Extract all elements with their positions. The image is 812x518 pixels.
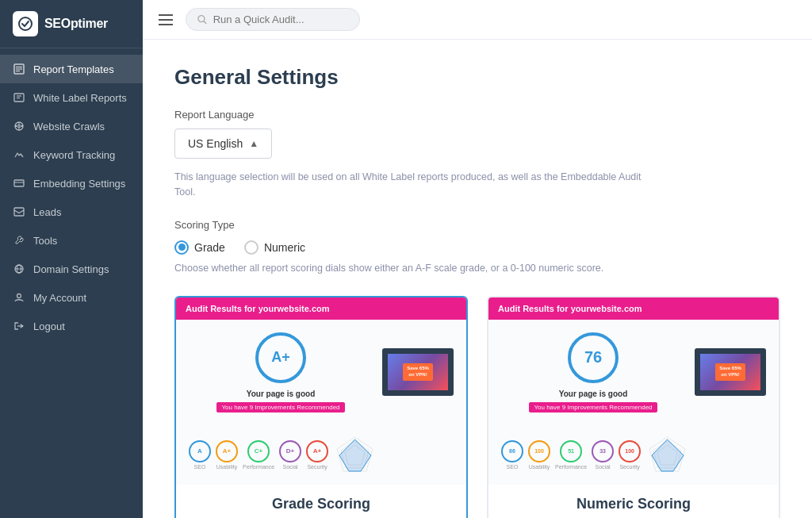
sidebar-item-tools[interactable]: Tools — [0, 226, 143, 255]
grade-radio-label: Grade — [194, 241, 225, 254]
grade-sub-security: A+ Security — [306, 440, 328, 470]
leads-icon — [13, 205, 25, 218]
domain-icon — [13, 263, 25, 275]
sidebar-item-label: Keyword Tracking — [33, 149, 115, 161]
grade-audit-header: Audit Results for yourwebsite.com — [176, 297, 466, 320]
scoring-type-label: Scoring Type — [174, 219, 780, 231]
search-icon — [197, 14, 207, 25]
sidebar-item-label: My Account — [33, 292, 86, 304]
language-select[interactable]: US English ▲ — [174, 129, 272, 159]
sidebar-item-domain-settings[interactable]: Domain Settings — [0, 255, 143, 283]
sidebar-item-leads[interactable]: Leads — [0, 198, 143, 226]
sidebar-item-label: Logout — [33, 320, 65, 332]
numeric-improvements-badge: You have 9 Improvements Recommended — [529, 402, 657, 412]
page-title: General Settings — [174, 65, 780, 90]
svg-point-16 — [17, 294, 21, 298]
numeric-monitor-img: Save 65%on VPN! — [695, 348, 766, 396]
numeric-sub-performance: 51 Performance — [555, 440, 587, 470]
language-help-text: This language selection will be used on … — [174, 170, 650, 200]
numeric-seo-circle: 86 — [501, 440, 523, 462]
grade-sub-performance: C+ Performance — [243, 440, 274, 470]
logo: SEOptimer — [0, 0, 143, 48]
grade-radio-option[interactable]: Grade — [174, 240, 225, 255]
grade-security-circle: A+ — [306, 440, 328, 462]
sidebar-item-logout[interactable]: Logout — [0, 312, 143, 340]
numeric-page-good: Your page is good — [559, 389, 627, 398]
grade-usability-label: Usability — [216, 464, 237, 470]
grade-sub-social: D+ Social — [279, 440, 301, 470]
grade-monitor-img: Save 65%on VPN! — [382, 348, 454, 396]
search-input[interactable] — [213, 13, 348, 25]
logo-text: SEOptimer — [44, 17, 108, 31]
numeric-audit-body: 76 Your page is good You have 9 Improvem… — [488, 320, 779, 425]
grade-sub-seo: A SEO — [189, 440, 211, 470]
svg-rect-12 — [14, 208, 24, 216]
svg-line-22 — [204, 21, 206, 24]
language-value: US English — [188, 137, 243, 150]
sidebar-item-keyword-tracking[interactable]: Keyword Tracking — [0, 140, 143, 169]
numeric-monitor-screen: Save 65%on VPN! — [700, 354, 760, 390]
numeric-sub-usability: 100 Usability — [528, 440, 550, 470]
grade-score-section: A+ Your page is good You have 9 Improvem… — [189, 332, 373, 412]
numeric-sub-scores: 86 SEO 100 Usability 51 Performance 33 S… — [488, 425, 779, 485]
grade-big-score: A+ — [255, 332, 306, 383]
sidebar-item-white-label-reports[interactable]: White Label Reports — [0, 83, 143, 112]
numeric-usability-circle: 100 — [528, 440, 550, 462]
svg-rect-10 — [14, 180, 24, 186]
numeric-security-circle: 100 — [619, 440, 641, 462]
topbar — [143, 0, 812, 40]
sidebar-item-my-account[interactable]: My Account — [0, 283, 143, 312]
chevron-up-icon: ▲ — [249, 138, 259, 149]
crawl-icon — [13, 120, 25, 132]
account-icon — [13, 291, 25, 304]
numeric-preview-card[interactable]: Audit Results for yourwebsite.com 76 You… — [487, 296, 780, 519]
sidebar-item-label: Tools — [33, 235, 57, 247]
grade-social-label: Social — [283, 464, 298, 470]
sidebar-item-label: Embedding Settings — [33, 178, 125, 190]
grade-security-label: Security — [307, 464, 327, 470]
grade-performance-circle: C+ — [247, 440, 270, 462]
keyword-icon — [13, 148, 25, 161]
grade-preview-card[interactable]: Audit Results for yourwebsite.com A+ You… — [174, 296, 468, 519]
sidebar-item-embedding-settings[interactable]: Embedding Settings — [0, 169, 143, 198]
grade-improvements-badge: You have 9 Improvements Recommended — [216, 402, 344, 412]
numeric-social-label: Social — [596, 464, 611, 470]
logo-icon — [13, 11, 38, 36]
sidebar-item-label: Domain Settings — [33, 263, 109, 275]
numeric-card-caption: Numeric Scoring — [488, 485, 779, 517]
grade-page-good: Your page is good — [247, 389, 315, 398]
numeric-sub-seo: 86 SEO — [501, 440, 523, 470]
numeric-security-label: Security — [619, 464, 639, 470]
numeric-radio-circle — [244, 240, 259, 255]
grade-vpn-badge: Save 65%on VPN! — [403, 363, 433, 381]
numeric-usability-label: Usability — [529, 464, 550, 470]
embed-icon — [13, 177, 25, 190]
grade-usability-circle: A+ — [216, 440, 238, 462]
numeric-performance-label: Performance — [555, 464, 587, 470]
tools-icon — [13, 234, 25, 247]
numeric-seo-label: SEO — [507, 464, 519, 470]
svg-point-0 — [19, 17, 32, 30]
logout-icon — [13, 320, 25, 332]
grade-radio-circle — [174, 240, 189, 255]
sidebar-item-label: White Label Reports — [33, 92, 127, 104]
scoring-type-radio-group: Grade Numeric — [174, 240, 780, 255]
numeric-audit-header: Audit Results for yourwebsite.com — [488, 297, 779, 320]
sidebar-item-label: Leads — [33, 206, 61, 218]
hamburger-menu[interactable] — [159, 14, 173, 25]
grade-seo-label: SEO — [194, 464, 206, 470]
numeric-social-circle: 33 — [592, 440, 614, 462]
numeric-sub-security: 100 Security — [619, 440, 641, 470]
sidebar-nav: Report Templates White Label Reports — [0, 48, 143, 518]
white-label-icon — [13, 91, 25, 104]
main-area: General Settings Report Language US Engl… — [143, 0, 812, 518]
numeric-performance-circle: 51 — [560, 440, 582, 462]
sidebar-item-report-templates[interactable]: Report Templates — [0, 55, 143, 83]
report-templates-icon — [13, 63, 25, 75]
grade-card-caption: Grade Scoring — [176, 485, 466, 517]
numeric-radio-option[interactable]: Numeric — [244, 240, 305, 255]
sidebar: SEOptimer Report Templates — [0, 0, 143, 518]
numeric-big-score: 76 — [568, 332, 619, 383]
search-bar[interactable] — [186, 8, 360, 31]
sidebar-item-website-crawls[interactable]: Website Crawls — [0, 112, 143, 140]
